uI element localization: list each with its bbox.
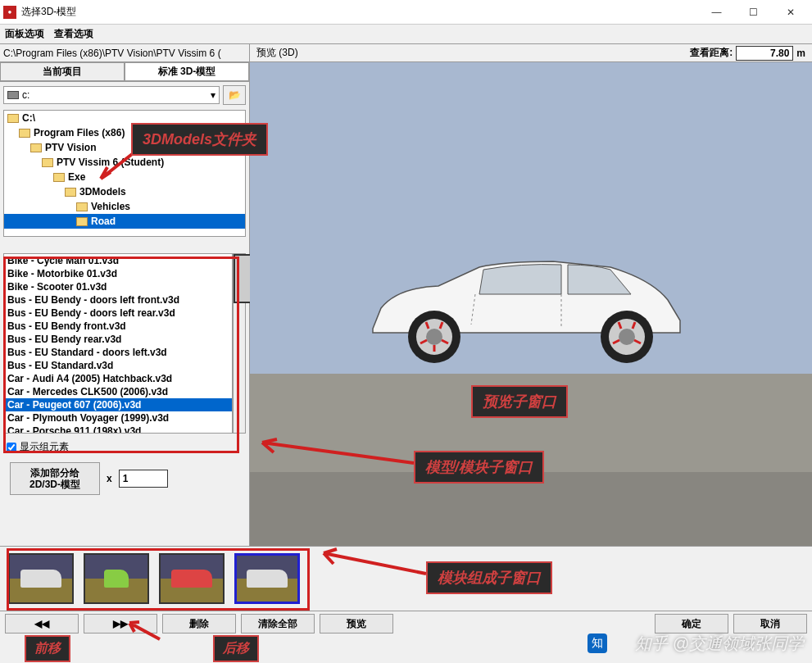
tree-item[interactable]: Road — [4, 214, 245, 229]
preview-button[interactable]: 预览 — [320, 614, 393, 633]
view-distance-label: 查看距离: — [687, 46, 736, 60]
distance-unit: m — [795, 48, 812, 59]
clear-all-button[interactable]: 清除全部 — [241, 614, 315, 633]
move-prev-button[interactable]: ◀◀ — [5, 614, 79, 633]
folder-icon — [53, 173, 65, 182]
folder-icon — [65, 188, 76, 197]
main-area: 当前项目 标准 3D-模型 c: ▾ 📂 C:\Program Files (x… — [0, 62, 812, 546]
tree-label: 3DModels — [79, 186, 126, 198]
thumbnail-4[interactable] — [234, 553, 300, 604]
cancel-button[interactable]: 取消 — [733, 614, 807, 633]
annotation-preview-sub: 预览子窗口 — [471, 385, 568, 418]
file-item[interactable]: Bike - Scooter 01.v3d — [4, 280, 232, 293]
file-item[interactable]: Car - Mercedes CLK500 (2006).v3d — [4, 385, 232, 398]
menubar: 面板选项 查看选项 — [0, 25, 812, 44]
tree-label: PTV Vision — [45, 142, 96, 153]
drive-select[interactable]: c: ▾ — [3, 86, 220, 104]
folder-icon — [76, 217, 88, 226]
browse-button[interactable]: 📂 — [223, 85, 246, 105]
app-icon: ● — [3, 6, 16, 19]
tab-standard-models[interactable]: 标准 3D-模型 — [125, 62, 249, 81]
window-title: 选择3D-模型 — [21, 5, 698, 19]
preview-label: 预览 (3D) — [250, 46, 305, 60]
svg-point-5 — [619, 329, 635, 345]
ok-button[interactable]: 确定 — [655, 614, 728, 633]
delete-button[interactable]: 删除 — [162, 614, 236, 633]
project-tabs: 当前项目 标准 3D-模型 — [0, 62, 249, 82]
file-scrollbar[interactable] — [233, 253, 246, 434]
file-item[interactable]: Bus - EU Bendy - doors left front.v3d — [4, 293, 232, 307]
show-elements-label: 显示组元素 — [20, 440, 69, 454]
maximize-button[interactable]: ☐ — [735, 1, 772, 24]
annotation-move-next: 后移 — [213, 635, 259, 662]
tree-label: Vehicles — [91, 201, 130, 212]
tab-current-project[interactable]: 当前项目 — [0, 62, 125, 81]
path-display: C:\Program Files (x86)\PTV Vision\PTV Vi… — [0, 44, 250, 61]
file-item[interactable]: Car - Audi A4 (2005) Hatchback.v3d — [4, 372, 232, 385]
show-elements-row: 显示组元素 — [0, 435, 249, 459]
file-item[interactable]: Bus - EU Standard - doors left.v3d — [4, 346, 232, 359]
menu-view-options[interactable]: 查看选项 — [54, 27, 93, 41]
tree-label: C:\ — [22, 112, 35, 124]
folder-icon — [42, 158, 53, 167]
car-model — [356, 255, 692, 366]
drive-row: c: ▾ 📂 — [0, 82, 249, 108]
tree-item[interactable]: PTV Vissim 6 (Student) — [4, 155, 245, 170]
thumbnail-strip — [0, 546, 812, 611]
folder-icon — [7, 114, 19, 123]
view-distance-input[interactable] — [736, 46, 793, 61]
tree-label: Road — [91, 216, 116, 227]
file-item[interactable]: Car - Plymouth Voyager (1999).v3d — [4, 411, 232, 425]
multiply-label: x — [107, 473, 112, 484]
drive-icon — [7, 91, 19, 99]
pathbar: C:\Program Files (x86)\PTV Vision\PTV Vi… — [0, 44, 812, 62]
folder-icon — [19, 129, 30, 138]
watermark: 知乎 @交通领域张同学 — [635, 633, 804, 655]
annotation-model-sub: 模型/模块子窗口 — [414, 451, 544, 484]
thumbnail-1[interactable] — [8, 553, 74, 604]
titlebar: ● 选择3D-模型 — ☐ ✕ — [0, 0, 812, 25]
move-next-button[interactable]: ▶▶ — [84, 614, 157, 633]
zhihu-logo: 知 — [587, 633, 607, 653]
tree-item[interactable]: Vehicles — [4, 199, 245, 214]
file-item[interactable]: Bus - EU Bendy - doors left rear.v3d — [4, 307, 232, 320]
svg-point-2 — [426, 329, 442, 345]
file-item[interactable]: Bus - EU Standard.v3d — [4, 359, 232, 372]
thumbnail-2[interactable] — [84, 553, 149, 604]
drive-label: c: — [22, 89, 29, 101]
tree-label: PTV Vissim 6 (Student) — [57, 157, 164, 168]
folder-icon — [76, 202, 88, 211]
file-item[interactable]: Bike - Motorbike 01.v3d — [4, 267, 232, 280]
tree-label: Program Files (x86) — [34, 127, 125, 139]
show-elements-checkbox[interactable] — [7, 443, 16, 452]
tree-item[interactable]: 3DModels — [4, 184, 245, 199]
file-item[interactable]: Car - Porsche 911 (198x).v3d — [4, 425, 232, 434]
quantity-input[interactable] — [119, 470, 168, 488]
folder-icon: 📂 — [229, 89, 241, 101]
tree-label: Exe — [68, 171, 85, 183]
tree-item[interactable]: Exe — [4, 170, 245, 184]
window-controls: — ☐ ✕ — [698, 1, 809, 24]
folder-icon — [30, 143, 42, 152]
file-list[interactable]: Bike - Cycle Man 01.v3dBike - Motorbike … — [3, 253, 233, 434]
file-item[interactable]: Bike - Cycle Man 01.v3d — [4, 254, 232, 267]
annotation-move-prev: 前移 — [25, 635, 70, 662]
add-row: 添加部分给 2D/3D-模型 x — [0, 459, 249, 498]
add-to-model-button[interactable]: 添加部分给 2D/3D-模型 — [10, 462, 100, 495]
minimize-button[interactable]: — — [698, 1, 735, 24]
annotation-folder: 3DModels文件夹 — [131, 123, 268, 156]
thumbnail-3[interactable] — [159, 553, 225, 604]
close-button[interactable]: ✕ — [772, 1, 809, 24]
file-item[interactable]: Bus - EU Bendy front.v3d — [4, 320, 232, 333]
menu-panel-options[interactable]: 面板选项 — [5, 27, 44, 41]
file-item[interactable]: Bus - EU Bendy rear.v3d — [4, 333, 232, 346]
file-item[interactable]: Car - Peugeot 607 (2006).v3d — [4, 398, 232, 411]
annotation-component-sub: 模块组成子窗口 — [426, 561, 552, 594]
